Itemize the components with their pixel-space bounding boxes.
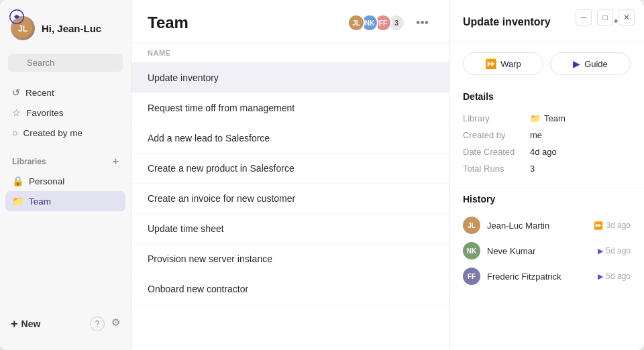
date-created-label: Date Created <box>463 147 530 157</box>
sidebar-item-created-by-me[interactable]: ○ Created by me <box>5 123 125 143</box>
history-name-3: Frederic Fitzpatrick <box>487 272 591 282</box>
guide-button[interactable]: ▶ Guide <box>550 52 631 75</box>
column-name-label: NAME <box>148 49 171 57</box>
search-wrapper: 🔍 <box>8 54 123 72</box>
lock-icon: 🔒 <box>12 176 23 186</box>
favorites-icon: ☆ <box>12 107 21 118</box>
playbook-name: Update inventory <box>148 72 219 83</box>
playbook-name: Update time sheet <box>148 223 224 234</box>
action-buttons: ⏩ Warp ▶ Guide <box>449 42 644 86</box>
run-icon-2: ▶ <box>598 247 603 255</box>
minimize-button[interactable]: ─ <box>576 9 592 25</box>
sidebar-item-label-favorites: Favorites <box>26 108 64 118</box>
history-time-1: ⏩ 3d ago <box>594 221 631 230</box>
library-value: 📁 Team <box>530 113 566 123</box>
playbook-item[interactable]: Update inventory <box>131 63 449 93</box>
created-by-value: me <box>530 130 542 140</box>
sidebar-item-team[interactable]: 📁 Team <box>5 191 125 211</box>
playbook-item[interactable]: Create an invoice for new customer <box>131 184 449 214</box>
main-header: Team JL NK FF 3 ••• <box>131 0 449 44</box>
page-title: Team <box>148 13 189 32</box>
new-button[interactable]: + New <box>11 317 85 331</box>
libraries-header: Libraries + <box>5 154 125 171</box>
library-label: Library <box>463 113 530 123</box>
maximize-button[interactable]: □ <box>597 9 613 25</box>
search-container: 🔍 <box>0 51 131 80</box>
playbook-name: Request time off from management <box>148 103 294 113</box>
playbook-item[interactable]: Request time off from management <box>131 93 449 123</box>
settings-button[interactable]: ⚙ <box>111 316 120 331</box>
more-options-button[interactable]: ••• <box>412 15 433 32</box>
history-avatar-3: FF <box>463 268 480 285</box>
avatars-group: JL NK FF 3 <box>347 14 405 32</box>
person-icon: ○ <box>12 127 17 138</box>
search-input[interactable] <box>8 54 123 72</box>
history-item: FF Frederic Fitzpatrick ▶ 5d ago <box>463 264 631 289</box>
close-button[interactable]: ✕ <box>619 9 635 25</box>
playbook-item[interactable]: Update time sheet <box>131 214 449 244</box>
history-title: History <box>463 194 631 205</box>
history-avatar-1: JL <box>463 217 480 234</box>
total-runs-value: 3 <box>530 164 535 174</box>
sidebar-item-label-created-by-me: Created by me <box>23 128 83 138</box>
app-logo-icon <box>9 9 24 24</box>
sidebar-item-favorites[interactable]: ☆ Favorites <box>5 103 125 123</box>
playbook-name: Add a new lead to Salesforce <box>148 133 270 143</box>
libraries-add-button[interactable]: + <box>113 156 119 167</box>
member-avatar-1: JL <box>347 14 365 32</box>
date-created-value: 4d ago <box>530 147 557 157</box>
header-right: JL NK FF 3 ••• <box>347 14 433 32</box>
folder-icon: 📁 <box>530 113 541 123</box>
folder-icon: 📁 <box>12 196 23 207</box>
libraries-section: Libraries + 🔒 Personal 📁 Team <box>0 145 131 214</box>
details-title: Details <box>463 91 631 102</box>
playbook-name: Onboard new contractor <box>148 284 248 294</box>
playbook-item[interactable]: Create a new product in Salesforce <box>131 154 449 184</box>
detail-row-date-created: Date Created 4d ago <box>463 143 631 160</box>
sidebar-item-label-team: Team <box>29 196 51 207</box>
history-item: JL Jean-Luc Martin ⏩ 3d ago <box>463 213 631 238</box>
recent-icon: ↺ <box>12 87 20 98</box>
created-by-label: Created by <box>463 130 530 140</box>
window-controls: ─ □ ✕ <box>576 9 635 25</box>
history-name-1: Jean-Luc Martin <box>487 221 587 231</box>
user-greeting: Hi, Jean-Luc <box>42 23 101 34</box>
detail-row-total-runs: Total Runs 3 <box>463 160 631 177</box>
plus-icon: + <box>11 317 18 331</box>
total-runs-label: Total Runs <box>463 164 530 174</box>
main-content: Team JL NK FF 3 ••• NAME Update inventor… <box>131 0 449 350</box>
bottom-icons: ? ⚙ <box>90 316 120 331</box>
history-time-2: ▶ 5d ago <box>598 246 631 255</box>
history-section: History JL Jean-Luc Martin ⏩ 3d ago NK N… <box>449 188 644 300</box>
history-avatar-2: NK <box>463 242 480 259</box>
guide-button-label: Guide <box>584 59 608 69</box>
sidebar-item-personal[interactable]: 🔒 Personal <box>5 171 125 191</box>
playbook-item[interactable]: Onboard new contractor <box>131 274 449 304</box>
playbook-item[interactable]: Provision new server instance <box>131 244 449 274</box>
playbook-item[interactable]: Add a new lead to Salesforce <box>131 123 449 154</box>
new-button-label: New <box>21 318 41 329</box>
warp-run-icon-1: ⏩ <box>594 221 603 230</box>
sidebar: JL Hi, Jean-Luc 🔍 ↺ Recent <box>0 0 131 350</box>
warp-icon: ⏩ <box>485 58 496 69</box>
table-header: NAME <box>131 44 449 63</box>
guide-icon: ▶ <box>573 58 580 69</box>
warp-button-label: Warp <box>500 59 521 69</box>
help-button[interactable]: ? <box>90 316 105 331</box>
sidebar-item-label-personal: Personal <box>29 176 64 186</box>
warp-button[interactable]: ⏩ Warp <box>463 52 543 75</box>
playbook-name: Create a new product in Salesforce <box>148 163 294 174</box>
right-panel-title: Update inventory <box>463 16 551 28</box>
playbook-name: Provision new server instance <box>148 253 272 264</box>
sidebar-bottom: + New ? ⚙ <box>0 308 131 339</box>
playbook-name: Create an invoice for new customer <box>148 193 295 204</box>
right-panel: Update inventory ••• ⏩ Warp ▶ Guide Deta… <box>449 0 644 350</box>
history-time-3: ▶ 5d ago <box>598 272 631 281</box>
libraries-label: Libraries <box>12 157 46 166</box>
sidebar-item-recent[interactable]: ↺ Recent <box>5 82 125 103</box>
app-window: ─ □ ✕ JL Hi, Jean-Luc 🔍 <box>0 0 644 350</box>
history-item: NK Neve Kumar ▶ 5d ago <box>463 238 631 264</box>
detail-row-library: Library 📁 Team <box>463 110 631 127</box>
run-icon-3: ▶ <box>598 272 603 281</box>
history-name-2: Neve Kumar <box>487 246 591 256</box>
